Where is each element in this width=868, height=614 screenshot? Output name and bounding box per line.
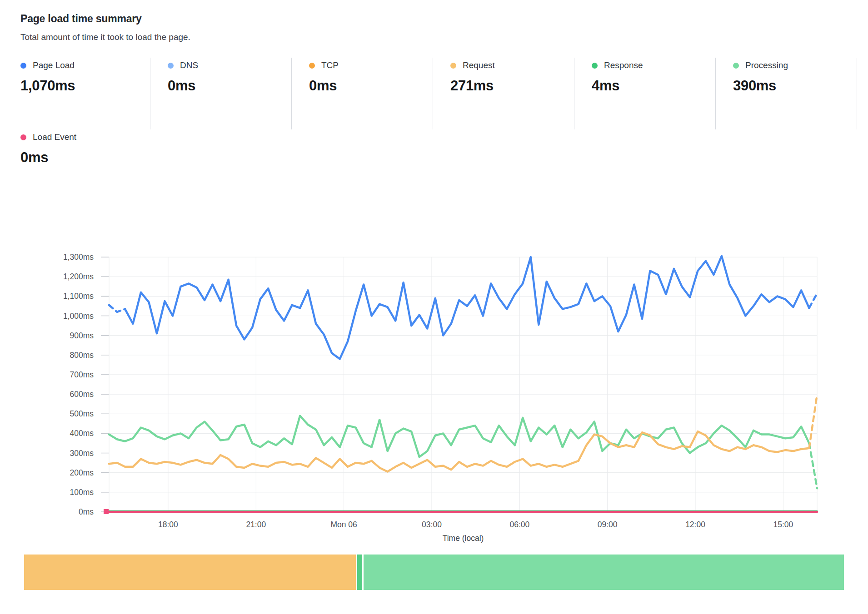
metric-label: Processing (745, 60, 788, 70)
metrics-row: Page Load 1,070ms DNS 0ms TCP 0ms Reques… (20, 58, 868, 129)
y-axis-label: 700ms (70, 370, 94, 379)
series-line-request (809, 394, 818, 448)
series-line-page-load (109, 305, 125, 312)
metric-value: 390ms (733, 78, 857, 94)
y-axis-label: 1,100ms (63, 292, 94, 301)
load-event-start-marker (104, 509, 109, 514)
series-line-request (109, 431, 809, 471)
y-axis-label: 800ms (70, 351, 94, 360)
metric-label: Page Load (33, 60, 75, 70)
metric-label: Response (604, 60, 643, 70)
metric-value: 0ms (20, 149, 868, 166)
metric-label: Request (463, 60, 495, 70)
metric-request: Request 271ms (433, 58, 574, 129)
processing-legend-dot-icon (733, 63, 739, 69)
y-axis-label: 300ms (70, 449, 94, 458)
metric-tcp: TCP 0ms (292, 58, 433, 129)
x-axis-label: 06:00 (509, 520, 529, 529)
metric-label: TCP (321, 60, 339, 70)
metric-label: Load Event (33, 132, 76, 142)
y-axis-label: 0ms (79, 507, 94, 516)
page-load-summary-panel: Page load time summary Total amount of t… (0, 13, 868, 590)
page-subtitle: Total amount of time it took to load the… (20, 32, 868, 42)
y-axis-label: 900ms (70, 331, 94, 340)
metric-value: 0ms (309, 78, 433, 94)
x-axis-label: 09:00 (598, 520, 618, 529)
metric-load-event: Load Event 0ms (20, 129, 868, 173)
page-load-legend-dot-icon (20, 63, 26, 69)
metric-label: DNS (180, 60, 198, 70)
dns-legend-dot-icon (168, 63, 174, 69)
metric-value: 0ms (168, 78, 291, 94)
tcp-legend-dot-icon (309, 63, 315, 69)
request-legend-dot-icon (450, 63, 456, 69)
page-title: Page load time summary (20, 13, 868, 25)
series-line-processing (109, 416, 809, 457)
bar-segment-request (24, 555, 356, 590)
x-axis-label: 12:00 (685, 520, 705, 529)
x-axis-label: 18:00 (158, 520, 178, 529)
y-axis-label: 200ms (70, 468, 94, 477)
x-axis-label: 21:00 (246, 520, 266, 529)
y-axis-label: 1,200ms (63, 272, 94, 281)
response-legend-dot-icon (592, 63, 598, 69)
metric-page-load: Page Load 1,070ms (20, 58, 150, 129)
series-line-page-load (809, 293, 818, 308)
metric-processing: Processing 390ms (716, 58, 857, 129)
y-axis-label: 500ms (70, 409, 94, 418)
x-axis-label: Mon 06 (330, 520, 357, 529)
bar-segment-processing (364, 555, 844, 590)
metric-value: 271ms (450, 78, 574, 94)
y-axis-label: 1,000ms (63, 312, 94, 321)
y-axis-label: 400ms (70, 429, 94, 438)
latency-line-chart[interactable]: 0ms100ms200ms300ms400ms500ms600ms700ms80… (0, 191, 868, 552)
x-axis-label: 15:00 (773, 520, 793, 529)
metric-value: 1,070ms (20, 78, 150, 94)
metric-value: 4ms (592, 78, 715, 94)
series-line-processing (809, 443, 818, 488)
metric-dns: DNS 0ms (150, 58, 292, 129)
x-axis-label: 03:00 (422, 520, 442, 529)
bar-segment-response (357, 555, 362, 590)
y-axis-label: 600ms (70, 390, 94, 399)
x-axis-title: Time (local) (443, 534, 484, 543)
metric-response: Response 4ms (574, 58, 716, 129)
y-axis-label: 100ms (70, 488, 94, 497)
series-line-page-load (125, 256, 809, 359)
timing-breakdown-bar (24, 555, 844, 590)
load-event-legend-dot-icon (20, 134, 26, 140)
y-axis-label: 1,300ms (63, 253, 94, 262)
